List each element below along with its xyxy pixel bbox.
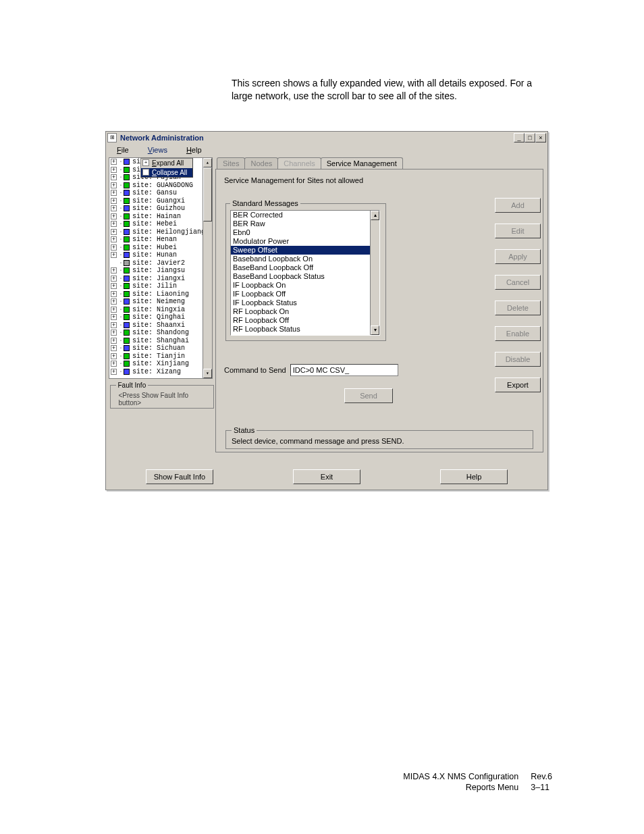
list-item[interactable]: IF Loopback Status: [231, 298, 379, 307]
expander-icon[interactable]: +: [111, 353, 117, 359]
list-scroll-up-icon[interactable]: ▴: [371, 211, 379, 220]
expander-icon[interactable]: +: [111, 213, 117, 219]
list-item[interactable]: BER Corrected: [231, 211, 379, 219]
list-item[interactable]: BaseBand Loopback Status: [231, 272, 379, 281]
list-item[interactable]: Ebn0: [231, 228, 379, 237]
expander-icon[interactable]: +: [111, 291, 117, 297]
tab-service-management[interactable]: Service Management: [321, 157, 403, 169]
expander-icon[interactable]: +: [111, 276, 117, 282]
tree-row[interactable]: +·site: Guangxi: [109, 197, 212, 205]
expander-icon[interactable]: +: [111, 298, 117, 305]
expander-icon[interactable]: +: [111, 267, 117, 273]
scroll-up-icon[interactable]: ▴: [203, 158, 212, 167]
minimize-button[interactable]: _: [514, 133, 525, 142]
expander-icon[interactable]: +: [111, 252, 117, 258]
send-button[interactable]: Send: [344, 388, 393, 403]
list-scrollbar[interactable]: ▴ ▾: [370, 211, 379, 335]
expander-icon[interactable]: +: [111, 244, 117, 251]
list-scroll-down-icon[interactable]: ▾: [371, 325, 379, 335]
expander-icon[interactable]: +: [111, 221, 117, 227]
menu-collapse-all[interactable]: −Collapse All: [141, 168, 192, 178]
tab-sites[interactable]: Sites: [217, 157, 245, 169]
expander-icon[interactable]: +: [111, 338, 117, 344]
expander-icon[interactable]: +: [111, 345, 117, 351]
expander-icon[interactable]: +: [111, 205, 117, 211]
list-item[interactable]: BaseBand Loopback Off: [231, 263, 379, 272]
tree-row[interactable]: +·site: Neimeng: [109, 298, 212, 306]
tree-row[interactable]: +·site: Ningxia: [109, 306, 212, 314]
tree-row[interactable]: +·site: Henan: [109, 236, 212, 244]
close-button[interactable]: ×: [535, 133, 546, 142]
expander-icon[interactable]: +: [111, 167, 117, 173]
list-item[interactable]: BER Raw: [231, 219, 379, 228]
expander-icon[interactable]: +: [111, 283, 117, 289]
expander-icon[interactable]: +: [111, 314, 117, 320]
tree-scrollbar[interactable]: ▴ ▾: [203, 158, 212, 378]
tree-row[interactable]: +·site: Hubei: [109, 244, 212, 252]
messages-listbox[interactable]: BER CorrectedBER RawEbn0Modulator PowerS…: [230, 210, 380, 336]
exit-button[interactable]: Exit: [293, 469, 360, 484]
scroll-down-icon[interactable]: ▾: [203, 369, 212, 378]
enable-button[interactable]: Enable: [495, 326, 541, 341]
tree-row[interactable]: +·site: Hainan: [109, 213, 212, 221]
maximize-button[interactable]: □: [525, 133, 535, 142]
tree-row[interactable]: +·site: Jiangxi: [109, 275, 212, 283]
expander-icon[interactable]: +: [111, 307, 117, 313]
disable-button[interactable]: Disable: [495, 352, 541, 367]
list-item[interactable]: Baseband Loopback On: [231, 255, 379, 263]
menu-help[interactable]: Help: [177, 144, 211, 157]
tree-row[interactable]: +·site: Jiangsu: [109, 267, 212, 275]
expander-icon[interactable]: +: [111, 361, 117, 367]
command-input[interactable]: [290, 364, 398, 376]
site-tree[interactable]: +·si+·si+·site: Fujian+·site: GUANGDONG+…: [109, 157, 213, 379]
tree-row[interactable]: +·site: Hunan: [109, 251, 212, 259]
expander-icon[interactable]: +: [111, 190, 117, 196]
tree-row[interactable]: +·site: Hebei: [109, 220, 212, 228]
tree-row[interactable]: +·site: Sichuan: [109, 344, 212, 353]
tab-nodes[interactable]: Nodes: [244, 157, 278, 169]
expander-icon[interactable]: +: [111, 236, 117, 242]
menu-views[interactable]: Views: [138, 144, 177, 157]
tree-row[interactable]: +·site: Shaanxi: [109, 321, 212, 330]
export-button[interactable]: Export: [495, 377, 541, 392]
list-item[interactable]: RF Loopback Status: [231, 325, 379, 334]
tab-channels[interactable]: Channels: [277, 157, 321, 169]
expander-icon[interactable]: +: [111, 330, 117, 336]
tree-row[interactable]: +·site: GUANGDONG: [109, 182, 212, 190]
expander-icon[interactable]: +: [111, 159, 117, 165]
tree-row[interactable]: +·site: Shandong: [109, 329, 212, 337]
list-item[interactable]: Sweep Offset: [231, 246, 379, 255]
tree-row[interactable]: +·site: Guizhou: [109, 205, 212, 213]
menu-expand-all[interactable]: +Expand All: [141, 159, 192, 168]
tree-row[interactable]: +·site: Heilongjiang: [109, 228, 212, 236]
expander-icon[interactable]: +: [111, 229, 117, 235]
tree-row[interactable]: +·site: Jilin: [109, 282, 212, 290]
tree-row[interactable]: +·site: Xinjiang: [109, 360, 212, 368]
list-item[interactable]: Modulator Power: [231, 237, 379, 246]
add-button[interactable]: Add: [495, 198, 541, 213]
tree-row[interactable]: +·site: Gansu: [109, 189, 212, 197]
tree-row[interactable]: ·site: Javier2: [109, 259, 212, 267]
menu-file[interactable]: File: [107, 144, 138, 157]
expander-icon[interactable]: +: [111, 174, 117, 180]
list-item[interactable]: RF Loopback On: [231, 307, 379, 316]
list-item[interactable]: RF Loopback Off: [231, 316, 379, 325]
expander-icon[interactable]: +: [111, 198, 117, 204]
list-item[interactable]: IF Loopback On: [231, 281, 379, 290]
tree-row[interactable]: +·site: Qinghai: [109, 313, 212, 321]
expander-icon[interactable]: +: [111, 322, 117, 328]
tree-row[interactable]: +·site: Tianjin: [109, 353, 212, 361]
show-fault-info-button[interactable]: Show Fault Info: [146, 469, 213, 484]
expander-icon[interactable]: +: [111, 369, 117, 375]
help-button[interactable]: Help: [440, 469, 508, 484]
apply-button[interactable]: Apply: [495, 249, 541, 264]
scroll-thumb[interactable]: [203, 167, 212, 221]
delete-button[interactable]: Delete: [495, 301, 541, 315]
tree-row[interactable]: +·site: Shanghai: [109, 337, 212, 345]
expander-icon[interactable]: +: [111, 182, 117, 188]
list-item[interactable]: IF Loopback Off: [231, 290, 379, 298]
tree-row[interactable]: +·site: Xizang: [109, 368, 212, 376]
tree-row[interactable]: +·site: Liaoning: [109, 290, 212, 298]
edit-button[interactable]: Edit: [495, 224, 541, 238]
cancel-button[interactable]: Cancel: [495, 275, 541, 290]
